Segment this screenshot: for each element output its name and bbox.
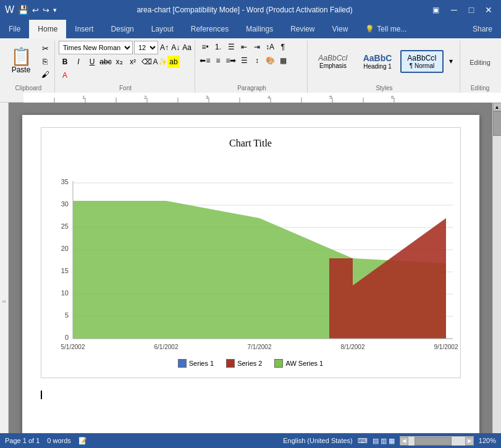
scroll-right-button[interactable]: ▶	[465, 437, 474, 446]
increase-indent-button[interactable]: ⇥	[251, 41, 263, 53]
line-spacing-button[interactable]: ↕	[251, 54, 263, 67]
save-icon[interactable]: 💾	[18, 5, 28, 15]
style-normal[interactable]: AaBbCcI ¶ Normal	[400, 50, 444, 73]
legend-aw-series1: AW Series 1	[274, 359, 323, 368]
document-page: Chart Title 0 5 10 15 20 25 30 35	[22, 115, 479, 439]
svg-text:1: 1	[82, 95, 85, 100]
border-button[interactable]: ▦	[277, 54, 289, 67]
change-case-button[interactable]: Aa	[182, 41, 192, 54]
svg-text:25: 25	[61, 222, 68, 230]
close-button[interactable]: ✕	[481, 2, 496, 17]
title-bar-left: W 💾 ↩ ↪ ▾	[5, 4, 57, 15]
style-heading1[interactable]: AaBbC Heading 1	[356, 50, 399, 73]
keyboard-icon: ⌨	[358, 437, 368, 445]
tab-home[interactable]: Home	[29, 20, 66, 38]
chart-title: Chart Title	[51, 138, 450, 149]
scroll-thumb[interactable]	[493, 111, 502, 136]
font-size-select[interactable]: 12	[134, 41, 158, 54]
font-shrink-button[interactable]: A↓	[171, 41, 180, 54]
clipboard-label: Clipboard	[2, 85, 54, 91]
tab-layout[interactable]: Layout	[143, 20, 182, 38]
svg-text:6/1/2002: 6/1/2002	[154, 344, 178, 350]
font-label: Font	[56, 85, 195, 91]
h-scroll-track[interactable]	[408, 437, 465, 446]
tab-insert[interactable]: Insert	[66, 20, 102, 38]
paragraph-label: Paragraph	[196, 85, 307, 91]
legend-series1: Series 1	[178, 359, 214, 368]
tab-file[interactable]: File	[0, 20, 29, 38]
cut-button[interactable]: ✂	[38, 42, 52, 54]
redo-icon[interactable]: ↪	[43, 6, 49, 15]
h-scroll-thumb[interactable]	[415, 437, 452, 446]
align-left-button[interactable]: ⬅≡	[199, 54, 211, 67]
svg-text:5: 5	[64, 311, 68, 319]
highlight-button[interactable]: ab	[167, 56, 180, 68]
underline-button[interactable]: U	[86, 56, 98, 68]
scroll-up-button[interactable]: ▲	[493, 103, 502, 111]
status-bar: Page 1 of 1 0 words 📝 English (United St…	[0, 433, 501, 448]
tab-review[interactable]: Review	[282, 20, 323, 38]
tab-references[interactable]: References	[182, 20, 237, 38]
bullet-list-button[interactable]: ≡•	[199, 41, 211, 53]
styles-more-button[interactable]: ▾	[445, 55, 457, 67]
copy-button[interactable]: ⎘	[38, 55, 52, 67]
text-cursor	[41, 391, 42, 399]
clear-format-button[interactable]: ⌫	[140, 56, 153, 68]
editing-state-label: Editing	[469, 56, 490, 66]
svg-text:5/1/2002: 5/1/2002	[61, 344, 85, 350]
tab-tell-me[interactable]: 💡 Tell me...	[356, 20, 415, 38]
svg-text:15: 15	[61, 267, 68, 274]
title-bar: W 💾 ↩ ↪ ▾ area-chart [Compatibility Mode…	[0, 0, 501, 20]
italic-button[interactable]: I	[72, 56, 85, 68]
share-button[interactable]: Share	[464, 20, 501, 38]
svg-text:10: 10	[61, 289, 68, 297]
doc-scroll-area[interactable]: Chart Title 0 5 10 15 20 25 30 35	[9, 103, 492, 448]
main-area: 3 Chart Title 0 5 10 15 20 25 30	[0, 103, 501, 448]
font-family-select[interactable]: Times New Roman	[59, 41, 133, 54]
tab-mailings[interactable]: Mailings	[237, 20, 282, 38]
show-formatting-button[interactable]: ¶	[277, 41, 289, 53]
chart-svg: 0 5 10 15 20 25 30 35	[51, 156, 459, 354]
legend-series1-label: Series 1	[189, 360, 214, 367]
svg-text:2: 2	[144, 95, 147, 100]
horizontal-scrollbar[interactable]: ◀ ▶	[400, 436, 474, 445]
sort-button[interactable]: ↕A	[264, 41, 276, 53]
maximize-button[interactable]: □	[464, 2, 479, 17]
text-cursor-area	[41, 391, 461, 401]
align-right-button[interactable]: ≡➡	[225, 54, 237, 67]
paste-button[interactable]: 📋 Paste	[5, 41, 37, 82]
svg-text:4: 4	[267, 95, 271, 100]
bold-button[interactable]: B	[59, 56, 71, 68]
tab-view[interactable]: View	[324, 20, 357, 38]
styles-section: AaBbCcI Emphasis AaBbC Heading 1 AaBbCcI…	[309, 41, 460, 93]
subscript-button[interactable]: x₂	[113, 56, 125, 68]
undo-icon[interactable]: ↩	[32, 6, 39, 15]
tab-design[interactable]: Design	[102, 20, 142, 38]
multilevel-list-button[interactable]: ☰	[225, 41, 237, 53]
align-center-button[interactable]: ≡	[212, 54, 224, 67]
numbered-list-button[interactable]: 1.	[212, 41, 224, 53]
svg-text:9/1/2002: 9/1/2002	[434, 344, 458, 350]
font-grow-button[interactable]: A↑	[159, 41, 169, 54]
strikethrough-button[interactable]: abc	[99, 56, 112, 68]
style-emphasis[interactable]: AaBbCcI Emphasis	[311, 51, 355, 72]
svg-text:7/1/2002: 7/1/2002	[247, 344, 271, 350]
minimize-button[interactable]: ─	[447, 2, 461, 17]
decrease-indent-button[interactable]: ⇤	[238, 41, 250, 53]
scroll-track[interactable]	[493, 111, 502, 443]
svg-text:3: 3	[206, 95, 209, 100]
status-right: English (United States) ⌨ ▤ ▥ ▦ ◀ ▶ 120%	[283, 436, 496, 445]
superscript-button[interactable]: x²	[127, 56, 139, 68]
svg-text:20: 20	[61, 245, 68, 252]
legend-series1-box	[178, 359, 187, 368]
shading-button[interactable]: 🎨	[264, 54, 276, 67]
text-effect-button[interactable]: A✨	[154, 56, 166, 68]
legend-aw-series1-label: AW Series 1	[285, 360, 323, 367]
clipboard-right: ✂ ⎘ 🖌	[37, 41, 52, 82]
justify-button[interactable]: ☰	[238, 54, 250, 67]
vertical-scrollbar[interactable]: ▲ ▼	[492, 103, 501, 448]
format-painter-button[interactable]: 🖌	[38, 68, 52, 80]
scroll-left-button[interactable]: ◀	[400, 437, 408, 446]
font-color-button[interactable]: A	[59, 69, 71, 82]
chart-container: Chart Title 0 5 10 15 20 25 30 35	[41, 127, 461, 378]
